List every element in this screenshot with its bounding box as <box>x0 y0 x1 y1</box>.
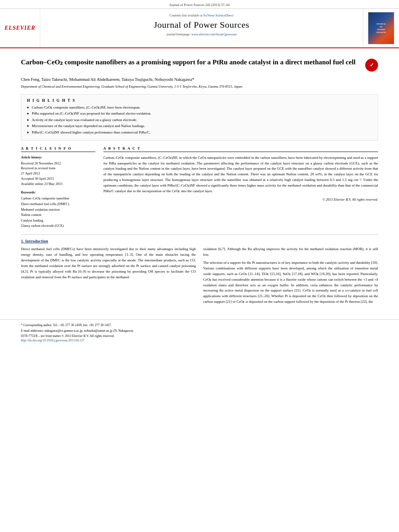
journal-title: Journal of Power Sources <box>44 20 359 30</box>
intro-para-2: oxidation [6,7]. Although the Ru alloyin… <box>203 246 378 258</box>
main-content: Carbon–CeO₂ composite nanofibers as a pr… <box>0 48 399 315</box>
intro-col-left: Direct methanol fuel cells (DMFCs) have … <box>21 246 196 307</box>
intro-para-3: The selection of a support for the Pt na… <box>203 260 378 305</box>
highlights-section: H I G H L I G H T S Carbon–CeO₂ composit… <box>21 94 378 141</box>
intro-section-label: Introduction <box>25 239 48 243</box>
elsevier-logo-section: ELSEVIER <box>0 9 40 47</box>
history-row-5: Available online 23 May 2013 <box>21 181 95 187</box>
authors-line: Chen Feng, Taizo Takeuchi, Mohammad Ali … <box>21 76 378 83</box>
highlight-item-3: Activity of the catalyst layer was evalu… <box>27 117 372 123</box>
footer-star-note: * Corresponding author. Tel.: +81 277 30… <box>21 323 378 328</box>
sciverse-link[interactable]: SciVerse ScienceDirect <box>204 14 234 17</box>
highlight-item-4: Microstructure of the catalyst layer dep… <box>27 123 372 129</box>
homepage-label: journal homepage: <box>167 33 191 36</box>
keywords-label: Keywords: <box>21 190 95 194</box>
highlight-item-5: PtRu/(C–CeO₂)NF showed higher catalyst p… <box>27 130 372 135</box>
abstract-text: Carbon–CeO₂ composite nanofibers, (C–CeO… <box>103 155 378 195</box>
kw-4: Nafion content <box>21 212 95 218</box>
section-divider <box>21 234 378 235</box>
abstract-col: A B S T R A C T Carbon–CeO₂ composite na… <box>103 146 378 229</box>
copyright-line: © 2013 Elsevier B.V. All rights reserved… <box>103 197 378 201</box>
article-info-header: A R T I C L E I N F O <box>21 146 95 152</box>
article-title: Carbon–CeO₂ composite nanofibers as a pr… <box>21 58 360 67</box>
article-info-col: A R T I C L E I N F O Article history: R… <box>21 146 95 229</box>
history-row-4: Accepted 30 April 2013 <box>21 176 95 181</box>
top-bar: Journal of Power Sources 242 (2013) 57–6… <box>0 0 399 9</box>
info-abstract-section: A R T I C L E I N F O Article history: R… <box>21 146 378 229</box>
page-footer: * Corresponding author. Tel.: +81 277 30… <box>0 319 399 345</box>
highlights-title: H I G H L I G H T S <box>27 99 372 103</box>
kw-3: Methanol oxidation reaction <box>21 207 95 213</box>
author-affiliation: Department of Chemical and Environmental… <box>21 84 378 89</box>
footer-issn: 0378-7753/$ – see front matter © 2013 El… <box>21 334 378 338</box>
intro-col-right: oxidation [6,7]. Although the Ru alloyin… <box>203 246 378 307</box>
footer-email-line: E-mail addresses: nakagawa@ce.gunma-u.ac… <box>21 329 378 333</box>
journal-cover-image: JOURNALOFPOWERSOURCES <box>368 12 394 44</box>
history-row-1: Received 26 November 2012 <box>21 161 95 166</box>
kw-2: Direct methanol fuel cells (DMFC) <box>21 201 95 207</box>
elsevier-logo: ELSEVIER <box>4 25 35 31</box>
contents-text: Contents lists available at <box>170 14 203 17</box>
introduction-section: 1. Introduction Direct methanol fuel cel… <box>21 239 378 307</box>
kw-5: Catalyst loading <box>21 218 95 224</box>
history-row-2: Received in revised form <box>21 166 95 171</box>
journal-header: ELSEVIER Contents lists available at Sci… <box>0 9 399 48</box>
homepage-url[interactable]: www.elsevier.com/locate/jpowsour <box>191 33 237 36</box>
page-wrapper: Journal of Power Sources 242 (2013) 57–6… <box>0 0 399 532</box>
journal-title-section: Contents lists available at SciVerse Sci… <box>40 9 363 47</box>
history-row-3: 27 April 2013 <box>21 171 95 176</box>
highlights-list: Carbon–CeO₂ composite nanofibers, (C–CeO… <box>27 105 372 135</box>
section-title-row: 1. Introduction <box>21 239 378 243</box>
kw-6: Glassy carbon electrode (GCE) <box>21 223 95 229</box>
crossmark-badge[interactable]: ✓ <box>365 59 378 72</box>
highlight-item-1: Carbon–CeO₂ composite nanofibers, (C–CeO… <box>27 105 372 110</box>
highlight-item-2: PtRu supported on (C–CeO₂)NF was propose… <box>27 111 372 116</box>
footer-doi[interactable]: http://dx.doi.org/10.1016/j.jpowsour.201… <box>21 339 378 342</box>
sciverse-line: Contents lists available at SciVerse Sci… <box>44 14 359 17</box>
intro-para-1: Direct methanol fuel cells (DMFCs) have … <box>21 246 196 280</box>
article-history-block: Article history: Received 26 November 20… <box>21 155 95 187</box>
keywords-block: Keywords: Carbon–CeO₂ composite nanofibe… <box>21 190 95 229</box>
kw-1: Carbon–CeO₂ composite nanofiber <box>21 196 95 201</box>
journal-cover-section: JOURNALOFPOWERSOURCES <box>363 9 399 47</box>
homepage-line: journal homepage: www.elsevier.com/locat… <box>44 33 359 36</box>
journal-reference: Journal of Power Sources 242 (2013) 57–6… <box>169 3 230 7</box>
abstract-header: A B S T R A C T <box>103 146 378 152</box>
history-label: Article history: <box>21 155 95 159</box>
intro-section-number: 1. <box>21 239 25 243</box>
article-title-section: Carbon–CeO₂ composite nanofibers as a pr… <box>21 58 378 72</box>
intro-body-columns: Direct methanol fuel cells (DMFCs) have … <box>21 246 378 307</box>
intro-section-title: 1. Introduction <box>21 239 48 243</box>
